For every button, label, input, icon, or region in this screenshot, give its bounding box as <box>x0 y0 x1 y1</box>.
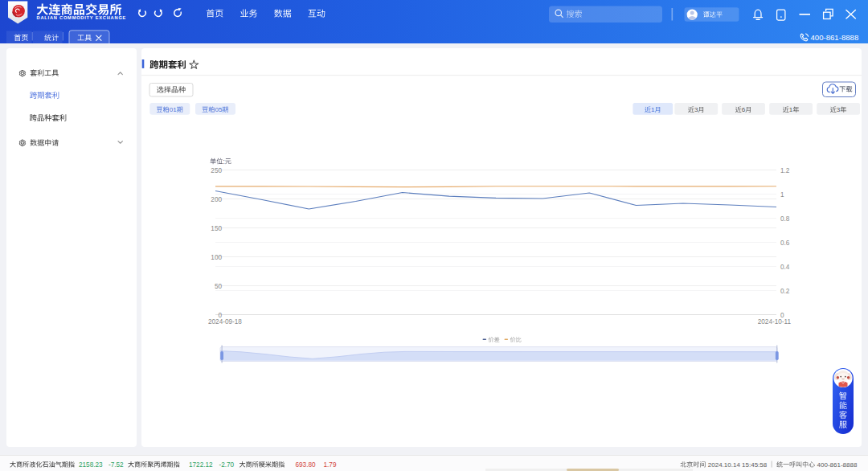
svg-text:-7.52: -7.52 <box>108 461 124 469</box>
svg-text:50: 50 <box>215 283 223 290</box>
svg-text:2024.10.14 15:45:58: 2024.10.14 15:45:58 <box>708 461 768 469</box>
svg-text:0.8: 0.8 <box>780 215 790 223</box>
svg-text:1722.12: 1722.12 <box>189 461 213 469</box>
svg-text:6: 6 <box>742 106 746 113</box>
svg-text::: : <box>223 158 224 166</box>
svg-text:0.4: 0.4 <box>780 264 790 271</box>
svg-text:2024-10-11: 2024-10-11 <box>758 318 792 326</box>
svg-text:693.80: 693.80 <box>296 461 316 469</box>
svg-text:1: 1 <box>780 191 784 199</box>
svg-text:2158.23: 2158.23 <box>79 461 103 469</box>
svg-text:DALIAN COMMODITY EXCHANGE: DALIAN COMMODITY EXCHANGE <box>37 15 127 20</box>
svg-text:200: 200 <box>211 196 222 203</box>
svg-text:250: 250 <box>211 167 222 174</box>
svg-text:3: 3 <box>837 106 841 113</box>
svg-text:2024-09-18: 2024-09-18 <box>208 318 242 326</box>
svg-text:1.2: 1.2 <box>780 167 790 174</box>
svg-text:400-861-8888: 400-861-8888 <box>817 461 858 469</box>
svg-text:100: 100 <box>211 254 222 261</box>
svg-text:01: 01 <box>170 106 178 113</box>
svg-text:400-861-8888: 400-861-8888 <box>811 33 859 42</box>
svg-text:3: 3 <box>694 106 698 113</box>
svg-text:1.79: 1.79 <box>324 461 337 469</box>
svg-text:150: 150 <box>211 225 222 232</box>
svg-text:1: 1 <box>789 106 793 113</box>
svg-text:0.2: 0.2 <box>780 288 790 295</box>
svg-text:0.6: 0.6 <box>780 240 790 247</box>
svg-text:1: 1 <box>651 106 655 113</box>
svg-text:-2.70: -2.70 <box>219 461 235 469</box>
svg-text:05: 05 <box>215 106 223 113</box>
